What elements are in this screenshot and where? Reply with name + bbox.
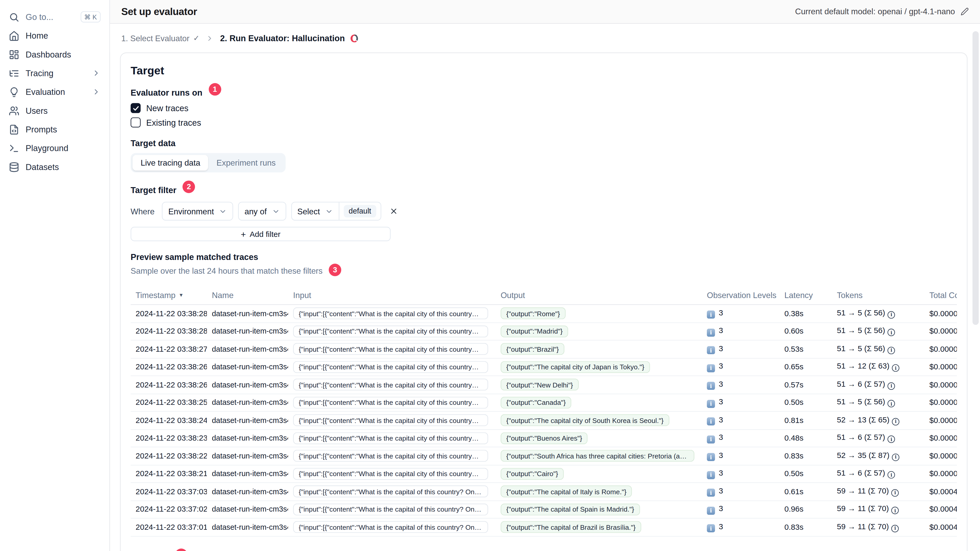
total-cost-cell: $0.000016	[924, 416, 957, 425]
name-cell: dataset-run-item-cm3s4	[207, 398, 288, 407]
info-square-icon: i	[707, 524, 715, 532]
chevron-right-icon	[206, 34, 214, 42]
table-row[interactable]: 2024-11-22 03:38:26dataset-run-item-cm3s…	[130, 359, 957, 376]
existing-traces-label: Existing traces	[146, 118, 201, 127]
column-header-input[interactable]: Input	[288, 290, 495, 300]
table-row[interactable]: 2024-11-22 03:38:24dataset-run-item-cm3s…	[130, 412, 957, 430]
input-cell: {"input":[{"content":"What is the capita…	[288, 521, 495, 533]
tokens-info-icon[interactable]: i	[888, 329, 895, 337]
filter-field-select[interactable]: Environment	[162, 202, 233, 221]
output-cell: {"output":"Cairo"}	[496, 468, 702, 480]
tokens-cell: 51 → 6 (Σ 57)i	[832, 380, 924, 390]
info-square-icon: i	[707, 311, 715, 319]
column-header-total-cost[interactable]: Total Cost	[924, 290, 957, 300]
observation-levels-cell: i3	[702, 397, 780, 408]
tokens-info-icon[interactable]: i	[888, 400, 895, 407]
sidebar-item-dashboards[interactable]: Dashboards	[0, 45, 110, 64]
total-cost-cell: $0.000011 (	[924, 434, 957, 443]
info-square-icon: i	[707, 507, 715, 514]
latency-cell: 0.50s	[780, 398, 832, 407]
total-cost-cell: $0.00046 (	[924, 487, 957, 496]
new-traces-option[interactable]: New traces	[130, 103, 957, 113]
input-box: {"input":[{"content":"What is the capita…	[293, 325, 488, 337]
existing-traces-option[interactable]: Existing traces	[130, 118, 957, 127]
table-row[interactable]: 2024-11-22 03:38:23dataset-run-item-cm3s…	[130, 429, 957, 447]
tokens-info-icon[interactable]: i	[888, 471, 895, 479]
output-box: {"output":"The capital city of Japan is …	[501, 361, 650, 373]
tab-live-tracing-data[interactable]: Live tracing data	[132, 155, 208, 170]
tokens-info-icon[interactable]: i	[891, 524, 899, 532]
new-traces-checkbox[interactable]	[130, 103, 141, 113]
sidebar-item-prompts[interactable]: Prompts	[0, 120, 110, 139]
existing-traces-checkbox[interactable]	[130, 118, 141, 127]
observation-levels-cell: i3	[702, 451, 780, 461]
table-row[interactable]: 2024-11-22 03:38:26dataset-run-item-cm3s…	[130, 376, 957, 394]
plus-icon: +	[241, 229, 246, 239]
input-cell: {"input":[{"content":"What is the capita…	[288, 414, 495, 426]
column-header-output[interactable]: Output	[496, 290, 702, 300]
tokens-info-icon[interactable]: i	[892, 418, 899, 425]
edit-model-button[interactable]	[960, 7, 969, 16]
evaluation-icon	[9, 87, 19, 97]
latency-cell: 0.61s	[780, 487, 832, 496]
timestamp-cell: 2024-11-22 03:38:26	[130, 363, 207, 372]
output-box: {"output":"The capital of Brazil is Bras…	[501, 521, 641, 533]
total-cost-cell: $0.000011 (	[924, 309, 957, 318]
scrollbar-thumb[interactable]	[972, 31, 979, 325]
sidebar-item-datasets[interactable]: Datasets	[0, 157, 110, 176]
table-row[interactable]: 2024-11-22 03:38:28dataset-run-item-cm3s…	[130, 323, 957, 341]
name-cell: dataset-run-item-cm3s4	[207, 434, 288, 443]
input-box: {"input":[{"content":"What is the capita…	[293, 521, 488, 533]
table-row[interactable]: 2024-11-22 03:38:28dataset-run-item-cm3s…	[130, 305, 957, 323]
tokens-info-icon[interactable]: i	[892, 364, 899, 372]
page-scrollbar	[972, 25, 979, 551]
tokens-info-icon[interactable]: i	[888, 382, 895, 390]
column-header-tokens[interactable]: Tokens	[832, 290, 924, 300]
step-badge-4: 4	[175, 548, 187, 551]
add-filter-button[interactable]: + Add filter	[130, 227, 391, 241]
column-header-observation-levels[interactable]: Observation Levels	[702, 290, 780, 300]
sidebar-item-home[interactable]: Home	[0, 26, 110, 45]
table-row[interactable]: 2024-11-22 03:38:25dataset-run-item-cm3s…	[130, 394, 957, 412]
tokens-info-icon[interactable]: i	[891, 507, 899, 514]
latency-cell: 0.96s	[780, 505, 832, 514]
table-row[interactable]: 2024-11-22 03:38:27dataset-run-item-cm3s…	[130, 341, 957, 359]
sidebar-item-playground[interactable]: Playground	[0, 139, 110, 157]
table-row[interactable]: 2024-11-22 03:38:22dataset-run-item-cm3s…	[130, 447, 957, 465]
tokens-info-icon[interactable]: i	[891, 489, 899, 497]
filter-value-placeholder: Select	[298, 206, 320, 216]
table-row[interactable]: 2024-11-22 03:38:21dataset-run-item-cm3s…	[130, 465, 957, 483]
step-select-evaluator[interactable]: 1. Select Evaluator ✓	[121, 33, 200, 43]
home-icon	[9, 30, 19, 41]
preview-subtitle: Sample over the last 24 hours that match…	[130, 264, 957, 277]
check-icon: ✓	[193, 34, 199, 43]
output-box: {"output":"Brazil"}	[501, 343, 565, 355]
total-cost-cell: $0.000029	[924, 451, 957, 460]
tokens-info-icon[interactable]: i	[888, 311, 895, 319]
table-row[interactable]: 2024-11-22 03:37:01dataset-run-item-cm3s…	[130, 519, 957, 537]
goto-search-button[interactable]: Go to... ⌘ K	[0, 8, 110, 26]
sidebar-item-users[interactable]: Users	[0, 101, 110, 120]
name-cell: dataset-run-item-cm3s4	[207, 345, 288, 354]
sidebar-item-tracing[interactable]: Tracing	[0, 64, 110, 83]
step-badge-3: 3	[329, 264, 341, 276]
filter-operator-select[interactable]: any of	[238, 202, 286, 221]
chevron-right-icon	[92, 69, 100, 78]
tokens-cell: 51 → 6 (Σ 57)i	[832, 433, 924, 443]
column-header-latency[interactable]: Latency	[780, 290, 832, 300]
add-filter-label: Add filter	[250, 230, 280, 238]
info-square-icon: i	[707, 435, 715, 443]
column-header-timestamp[interactable]: Timestamp▼	[130, 290, 207, 300]
tab-experiment-runs[interactable]: Experiment runs	[208, 155, 284, 170]
tokens-info-icon[interactable]: i	[892, 454, 899, 461]
tokens-info-icon[interactable]: i	[888, 436, 895, 443]
total-cost-cell: $0.000011 (	[924, 327, 957, 336]
table-row[interactable]: 2024-11-22 03:37:02dataset-run-item-cm3s…	[130, 501, 957, 519]
remove-filter-button[interactable]	[386, 204, 401, 219]
tokens-info-icon[interactable]: i	[888, 346, 895, 354]
table-row[interactable]: 2024-11-22 03:37:03dataset-run-item-cm3s…	[130, 483, 957, 501]
sidebar-item-evaluation[interactable]: Evaluation	[0, 83, 110, 101]
filter-value-select[interactable]: Select default	[291, 202, 381, 221]
column-header-name[interactable]: Name	[207, 290, 288, 300]
name-cell: dataset-run-item-cm3s4	[207, 469, 288, 478]
